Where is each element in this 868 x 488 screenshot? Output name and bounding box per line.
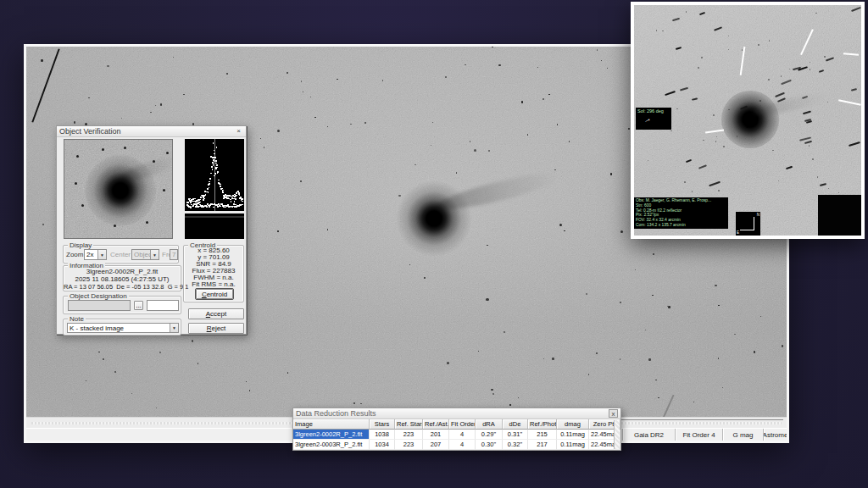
display-group: Display Zoom 2x▼ Center Object▼ Freq. 7 (63, 245, 179, 263)
psf-data-point (214, 160, 215, 162)
star-trail (709, 180, 721, 186)
table-cell[interactable]: 215 (528, 430, 557, 440)
star-trail (676, 47, 682, 50)
centroid-button[interactable]: Centroid (196, 289, 233, 299)
designation-input-2[interactable] (147, 300, 179, 311)
col-header[interactable]: Ref. Stars (395, 419, 423, 430)
star-dot (778, 180, 780, 182)
star-dot (810, 69, 811, 70)
results-titlebar[interactable]: Data Reduction Results x (293, 408, 620, 419)
col-header[interactable]: Fit Order (449, 419, 476, 430)
status-fit-order: Fit Order 4 (675, 429, 722, 441)
psf-data-point (209, 183, 210, 185)
center-label: Center (110, 251, 131, 258)
star-dot (153, 160, 155, 163)
chevron-down-icon[interactable]: ▼ (170, 324, 178, 332)
table-cell[interactable]: 3lgreen2-0003R_P_2.fit (293, 440, 370, 450)
star-dot (498, 64, 500, 66)
star-trail (850, 88, 856, 92)
note-group-label: Note (68, 315, 86, 323)
table-cell[interactable]: 0.11mag (557, 430, 589, 440)
table-cell[interactable]: 0.31" (503, 430, 528, 440)
star-dot (102, 148, 104, 151)
star-dot (521, 101, 523, 103)
vertical-scrollbar[interactable] (614, 420, 620, 449)
col-header[interactable]: dmag (557, 419, 589, 430)
table-cell[interactable]: 1038 (370, 430, 395, 440)
information-group: Information 3lgreen2-0002R_P_2.fit 2025 … (63, 265, 181, 291)
orientation-scale-box: N E (736, 212, 760, 236)
star-dot (769, 40, 771, 42)
psf-data-point (190, 202, 192, 203)
col-header[interactable]: Ref./Ast. (423, 419, 449, 430)
star-dot (249, 390, 250, 391)
table-cell[interactable]: 223 (395, 430, 423, 440)
table-cell[interactable]: 217 (528, 440, 557, 450)
center-select[interactable]: Object▼ (131, 249, 159, 260)
zoom-select[interactable]: 2x▼ (84, 249, 107, 260)
annotation-line (843, 53, 859, 55)
annotation-line (838, 99, 861, 105)
psf-data-point (220, 206, 221, 208)
star-dot (758, 44, 760, 46)
psf-data-point (236, 192, 237, 194)
psf-data-point (192, 205, 194, 207)
comet-object[interactable] (396, 180, 472, 257)
star-dot (41, 59, 42, 61)
close-icon[interactable]: x (609, 409, 618, 418)
star-dot (703, 140, 704, 141)
star-dot (277, 130, 280, 132)
table-cell[interactable]: 0.11mag (557, 440, 589, 450)
psf-data-point (207, 188, 209, 190)
table-cell[interactable]: 0.32" (503, 440, 528, 450)
table-cell[interactable]: 1034 (370, 440, 395, 450)
col-header[interactable]: Ref./Phot. (528, 419, 557, 430)
table-cell[interactable]: 3lgreen2-0002R_P_2.fit (293, 430, 370, 440)
star-dot (620, 358, 620, 359)
table-cell[interactable]: 207 (423, 440, 449, 450)
dialog-titlebar[interactable]: Object Verification × (57, 126, 246, 137)
psf-data-point (199, 202, 201, 203)
col-header[interactable]: Stars (370, 419, 395, 430)
psf-data-point (220, 186, 221, 187)
star-dot (124, 147, 126, 149)
close-icon[interactable]: × (234, 127, 243, 136)
freq-spinner[interactable]: 7 (170, 249, 178, 260)
star-trail (802, 110, 810, 114)
psf-data-point (214, 157, 216, 158)
star-trail (686, 159, 692, 163)
table-cell[interactable]: 201 (423, 430, 449, 440)
star-dot (670, 130, 672, 132)
star-dot (76, 155, 79, 158)
star-dot (509, 404, 510, 405)
sol-label: Sol: 296 deg (637, 108, 664, 114)
reject-button[interactable]: Reject (188, 323, 244, 334)
star-trail (714, 26, 722, 30)
chevron-down-icon[interactable]: ▼ (97, 250, 106, 259)
star-dot (718, 190, 720, 191)
accept-button[interactable]: Accept (188, 308, 244, 319)
table-cell[interactable]: 223 (395, 440, 423, 450)
object-designation-group: Object Designation ... (63, 296, 181, 314)
object-zoom-image[interactable] (64, 139, 173, 239)
col-header[interactable]: dRA (476, 419, 503, 430)
table-cell[interactable]: 0.29" (476, 430, 503, 440)
browse-button[interactable]: ... (134, 301, 143, 310)
observation-caption: Obs: M. Jaeger, G. Rhemann, E. Prosp... … (634, 197, 728, 229)
star-dot (360, 403, 361, 404)
psf-data-point (234, 201, 236, 202)
psf-data-point (242, 198, 243, 200)
sun-direction-annotation: Sol: 296 deg → (636, 108, 671, 130)
star-dot (198, 363, 198, 363)
col-header[interactable]: dDe (503, 419, 528, 430)
psf-data-point (209, 206, 210, 208)
col-header[interactable]: Image (293, 419, 370, 430)
table-cell[interactable]: 4 (449, 440, 476, 450)
note-select[interactable]: K - stacked image▼ (67, 323, 179, 333)
table-cell[interactable]: 4 (449, 430, 476, 440)
display-group-label: Display (68, 241, 93, 249)
table-cell[interactable]: 0.30" (476, 440, 503, 450)
designation-input[interactable] (68, 300, 131, 311)
star-dot (686, 11, 687, 13)
star-trail (851, 7, 861, 12)
